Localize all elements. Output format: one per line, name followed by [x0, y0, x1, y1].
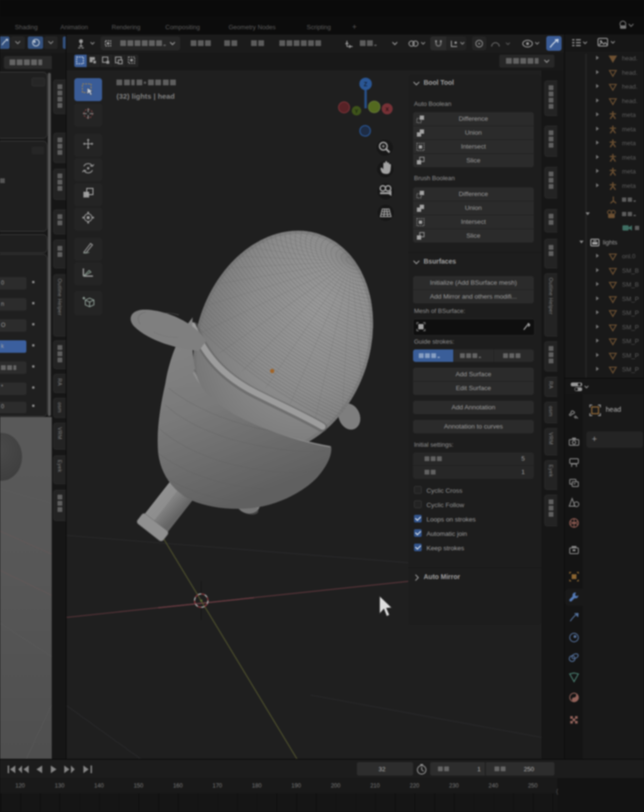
svg-text:Z: Z: [364, 81, 367, 88]
svg-text:X: X: [385, 106, 389, 112]
svg-text:Y: Y: [355, 108, 358, 114]
